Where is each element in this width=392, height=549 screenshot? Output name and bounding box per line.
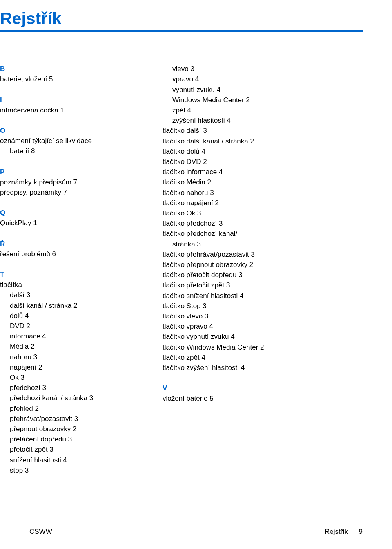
- footer-page-number: 9: [359, 528, 363, 536]
- index-spacer: [0, 85, 143, 95]
- footer-right: Rejstřík 9: [325, 528, 363, 536]
- index-entry: tlačítko dolů 4: [163, 146, 338, 157]
- index-entry: tlačítko informace 4: [163, 167, 338, 177]
- index-entry: tlačítko Média 2: [163, 177, 338, 187]
- index-column-2: vlevo 3vpravo 4vypnutí zvuku 4Windows Me…: [163, 64, 338, 475]
- index-subentry: přepnout obrazovky 2: [0, 424, 143, 434]
- index-entry: tlačítko DVD 2: [163, 157, 338, 167]
- index-spacer: [0, 157, 143, 167]
- index-entry: poznámky k předpisům 7: [0, 177, 143, 187]
- index-subentry: předchozí 3: [0, 383, 143, 393]
- index-entry: tlačítko další 3: [163, 125, 338, 136]
- index-entry: tlačítko přehrávat/pozastavit 3: [163, 249, 338, 260]
- index-entry: tlačítko přetočit dopředu 3: [163, 270, 338, 280]
- index-letter: O: [0, 125, 143, 136]
- index-entry: tlačítko zpět 4: [163, 352, 338, 363]
- index-letter: Q: [0, 208, 143, 218]
- index-spacer: [163, 373, 338, 383]
- index-entry: tlačítko přepnout obrazovky 2: [163, 260, 338, 270]
- index-entry: řešení problémů 6: [0, 249, 143, 259]
- index-entry: tlačítko nahoru 3: [163, 188, 338, 198]
- index-subentry: další kanál / stránka 2: [0, 300, 143, 311]
- index-subentry: Média 2: [0, 341, 143, 352]
- index-entry: tlačítko Ok 3: [163, 208, 338, 218]
- index-subentry: Windows Media Center 2: [163, 95, 338, 105]
- index-entry: QuickPlay 1: [0, 218, 143, 228]
- index-entry: tlačítko vlevo 3: [163, 311, 338, 321]
- index-letter: V: [163, 383, 338, 393]
- index-entry: vložení baterie 5: [163, 393, 338, 403]
- index-entry: tlačítko Windows Media Center 2: [163, 342, 338, 352]
- index-letter: B: [0, 64, 143, 74]
- index-subentry: stránka 3: [163, 239, 338, 249]
- index-letter: T: [0, 269, 143, 280]
- index-subentry: zpět 4: [163, 105, 338, 115]
- footer-section-label: Rejstřík: [325, 528, 348, 536]
- index-columns: Bbaterie, vložení 5Iinfračervená čočka 1…: [0, 64, 363, 475]
- index-entry: tlačítko přetočit zpět 3: [163, 280, 338, 290]
- page-title: Rejstřík: [0, 9, 363, 28]
- index-entry: tlačítko další kanál / stránka 2: [163, 136, 338, 146]
- index-subentry: napájení 2: [0, 362, 143, 372]
- index-entry: tlačítko zvýšení hlasitosti 4: [163, 363, 338, 373]
- index-subentry: vpravo 4: [163, 74, 338, 84]
- index-letter: Ř: [0, 239, 143, 249]
- index-subentry: dolů 4: [0, 311, 143, 321]
- footer-left: CSWW: [29, 528, 52, 536]
- index-entry: tlačítko předchozí kanál/: [163, 229, 338, 239]
- index-entry: infračervená čočka 1: [0, 105, 143, 115]
- page: Rejstřík Bbaterie, vložení 5Iinfračerven…: [0, 0, 392, 549]
- index-subentry: baterií 8: [0, 146, 143, 156]
- index-subentry: další 3: [0, 290, 143, 300]
- index-subentry: přehrávat/pozastavit 3: [0, 414, 143, 424]
- index-letter: P: [0, 167, 143, 177]
- index-spacer: [0, 115, 143, 125]
- index-entry: předpisy, poznámky 7: [0, 187, 143, 197]
- index-column-1: Bbaterie, vložení 5Iinfračervená čočka 1…: [0, 64, 143, 475]
- index-entry: tlačítko snížení hlasitosti 4: [163, 291, 338, 301]
- index-subentry: DVD 2: [0, 321, 143, 331]
- index-spacer: [0, 229, 143, 239]
- index-subentry: přehled 2: [0, 403, 143, 414]
- index-subentry: přetočit zpět 3: [0, 444, 143, 455]
- index-letter: I: [0, 95, 143, 105]
- index-entry: tlačítko vpravo 4: [163, 321, 338, 332]
- index-subentry: vypnutí zvuku 4: [163, 85, 338, 95]
- index-subentry: přetáčení dopředu 3: [0, 434, 143, 444]
- index-subentry: vlevo 3: [163, 64, 338, 74]
- index-subentry: snížení hlasitosti 4: [0, 455, 143, 465]
- index-subentry: informace 4: [0, 331, 143, 341]
- index-entry: tlačítko napájení 2: [163, 198, 338, 208]
- index-subentry: Ok 3: [0, 372, 143, 383]
- index-subentry: nahoru 3: [0, 352, 143, 362]
- title-rule: [0, 30, 363, 32]
- index-entry: oznámení týkající se likvidace: [0, 136, 143, 146]
- index-entry: tlačítko vypnutí zvuku 4: [163, 332, 338, 342]
- page-footer: CSWW Rejstřík 9: [29, 528, 363, 536]
- index-spacer: [0, 259, 143, 269]
- index-entry: tlačítko Stop 3: [163, 301, 338, 311]
- index-subentry: stop 3: [0, 465, 143, 475]
- index-entry: baterie, vložení 5: [0, 74, 143, 84]
- index-entry: tlačítka: [0, 280, 143, 290]
- index-subentry: předchozí kanál / stránka 3: [0, 393, 143, 403]
- index-subentry: zvýšení hlasitosti 4: [163, 115, 338, 125]
- index-spacer: [0, 197, 143, 208]
- index-entry: tlačítko předchozí 3: [163, 218, 338, 229]
